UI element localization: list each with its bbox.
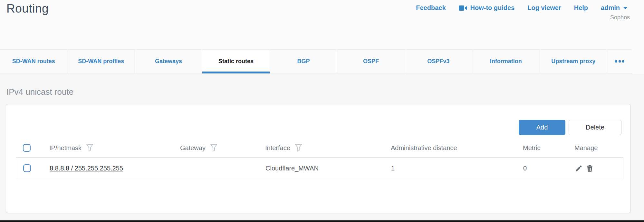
table-header-row: IP/netmask Gateway Interface [16, 139, 623, 157]
filter-icon[interactable] [295, 144, 302, 152]
more-tabs-icon [622, 60, 624, 63]
tab-ospf[interactable]: OSPF [337, 50, 405, 73]
section-title: IPv4 unicast route [6, 87, 73, 97]
tab-bgp[interactable]: BGP [270, 50, 337, 73]
select-all-checkbox[interactable] [23, 144, 31, 152]
help-label: Help [574, 4, 588, 12]
tab-information[interactable]: Information [472, 50, 540, 73]
route-interface-value: Cloudflare_MWAN [265, 165, 319, 172]
admin-user-menu[interactable]: admin [601, 4, 628, 12]
column-header-metric: Metric [523, 144, 540, 152]
how-to-guides-link[interactable]: How-to guides [459, 4, 515, 12]
help-link[interactable]: Help [574, 4, 588, 12]
brand-label: Sophos [610, 14, 630, 21]
page-title: Routing [6, 2, 49, 15]
ipv4-unicast-route-panel: Add Delete IP/netmask Gateway Interface [6, 104, 631, 213]
column-header-manage: Manage [574, 144, 598, 152]
row-checkbox[interactable] [23, 164, 31, 172]
routing-tab-bar: SD-WAN routes SD-WAN profiles Gateways S… [0, 49, 632, 73]
caret-down-icon [623, 6, 628, 10]
tab-sdwan-profiles[interactable]: SD-WAN profiles [67, 50, 135, 73]
tab-ospfv3[interactable]: OSPFv3 [405, 50, 472, 73]
video-camera-icon [459, 5, 467, 11]
column-header-ip-netmask: IP/netmask [49, 144, 82, 152]
route-metric-value: 0 [523, 165, 527, 172]
feedback-link-label: Feedback [416, 4, 446, 12]
filter-icon[interactable] [86, 144, 93, 152]
table-row: 8.8.8.8 / 255.255.255.255 Cloudflare_MWA… [16, 157, 623, 179]
admin-menu-label: admin [601, 4, 620, 12]
route-ip-netmask-link[interactable]: 8.8.8.8 / 255.255.255.255 [50, 165, 123, 172]
route-administrative-distance-value: 1 [391, 165, 395, 172]
delete-button[interactable]: Delete [569, 120, 621, 135]
delete-trash-icon[interactable] [586, 164, 594, 172]
edit-pencil-icon[interactable] [575, 164, 583, 172]
filter-icon[interactable] [210, 144, 217, 152]
log-viewer-label: Log viewer [527, 4, 561, 12]
panel-toolbar: Add Delete [519, 120, 621, 135]
tab-gateways[interactable]: Gateways [135, 50, 202, 73]
more-tabs-icon [615, 60, 617, 63]
top-header: Routing Feedback How-to guides Log viewe… [0, 0, 644, 49]
how-to-guides-label: How-to guides [470, 4, 515, 12]
window-bottom-edge [0, 220, 644, 222]
tab-sdwan-routes[interactable]: SD-WAN routes [0, 50, 67, 73]
column-header-administrative-distance: Administrative distance [391, 144, 457, 152]
tab-static-routes[interactable]: Static routes [202, 50, 270, 73]
column-header-gateway: Gateway [180, 144, 206, 152]
header-links: Feedback How-to guides Log viewer Help a… [416, 4, 628, 12]
more-tabs-icon [619, 60, 621, 63]
add-button[interactable]: Add [519, 120, 565, 135]
feedback-link[interactable]: Feedback [416, 4, 446, 12]
more-tabs-button[interactable] [607, 50, 632, 73]
column-header-interface: Interface [265, 144, 290, 152]
log-viewer-link[interactable]: Log viewer [527, 4, 561, 12]
tab-upstream-proxy[interactable]: Upstream proxy [540, 50, 607, 73]
